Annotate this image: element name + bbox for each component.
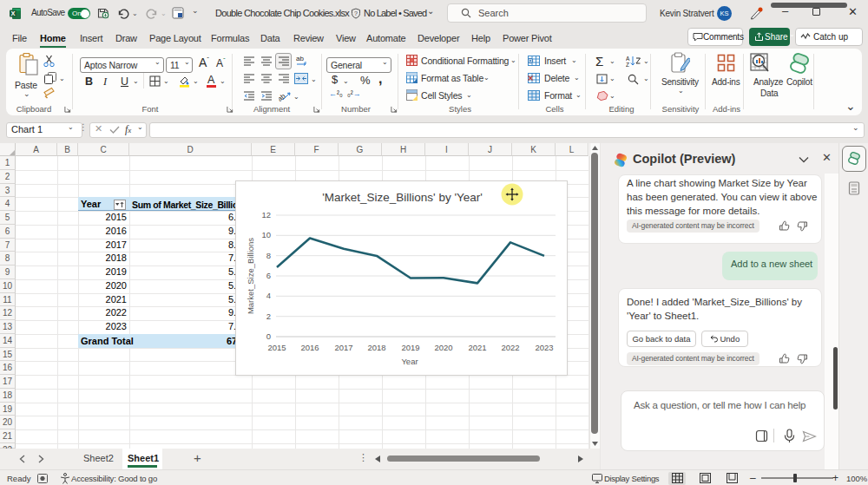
svg-text:2017: 2017 — [334, 343, 352, 352]
svg-text:12: 12 — [261, 210, 271, 220]
svg-text:2019: 2019 — [401, 343, 419, 352]
svg-text:2020: 2020 — [434, 343, 452, 352]
svg-text:2016: 2016 — [300, 343, 319, 352]
svg-text:6: 6 — [266, 271, 271, 280]
svg-text:2018: 2018 — [367, 343, 385, 352]
svg-text:4: 4 — [266, 291, 271, 300]
svg-text:2023: 2023 — [535, 343, 553, 352]
svg-text:Z: Z — [626, 62, 629, 67]
svg-text:Market_Size_Billions: Market_Size_Billions — [246, 238, 255, 314]
svg-text:10: 10 — [261, 230, 271, 239]
svg-text:A: A — [626, 56, 630, 62]
svg-text:8: 8 — [266, 251, 271, 260]
svg-text:2022: 2022 — [501, 343, 519, 352]
svg-text:2015: 2015 — [267, 343, 286, 352]
svg-text:0: 0 — [266, 331, 271, 341]
svg-text:Year: Year — [401, 357, 418, 366]
svg-text:2: 2 — [266, 311, 271, 321]
svg-text:2021: 2021 — [468, 343, 486, 352]
svg-text:ab: ab — [296, 55, 304, 62]
